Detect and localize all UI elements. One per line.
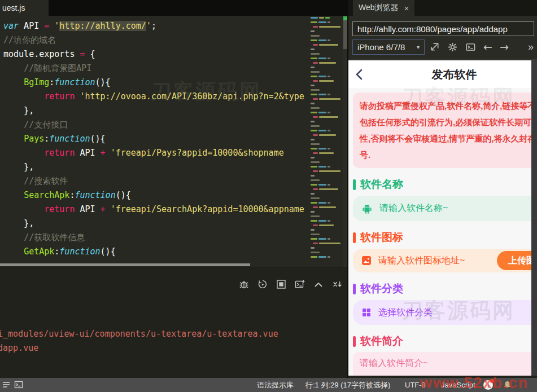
heading-bar (353, 179, 356, 190)
android-icon (361, 202, 373, 215)
section-heading-icon: 软件图标 (353, 230, 531, 245)
debug-bug-icon[interactable] (238, 279, 250, 290)
editor-hscrollbar[interactable] (0, 263, 250, 266)
tab-request-js[interactable]: uest.js (0, 0, 49, 16)
code-line[interactable]: //搜索软件 (3, 174, 307, 188)
code-line[interactable]: module.exports = { (3, 47, 307, 61)
page-title: 发布软件 (348, 60, 531, 89)
heading-bar (353, 232, 356, 243)
heading-title: 软件名称 (360, 177, 403, 192)
code-area[interactable]: var API = 'http://ahlly.com/';//填你的域名mod… (3, 19, 307, 260)
app-icon-url-input[interactable]: 请输入软件图标地址~ 上传图片 (353, 249, 531, 272)
restart-icon[interactable] (257, 279, 268, 290)
webview-scrollbar[interactable] (531, 59, 537, 376)
selected-text: http://ahlly.com/ (59, 21, 146, 31)
heading-title: 软件分类 (360, 281, 403, 296)
browser-tabbar: Web浏览器 × (348, 0, 537, 16)
browser-tab-label: Web浏览器 (359, 3, 399, 13)
page-header: 发布软件 (348, 60, 531, 89)
app-name-placeholder: 请输入软件名称~ (379, 202, 448, 214)
code-line[interactable]: //获取软件信息 (3, 231, 307, 245)
update-icon[interactable]: ↓ (483, 380, 493, 390)
grid-icon (361, 307, 372, 318)
category-placeholder: 选择软件分类 (378, 307, 433, 319)
hbuilderx-window: uest.js var API = 'http://ahlly.com/';//… (0, 0, 537, 392)
more-icon[interactable]: » (528, 39, 534, 55)
back-chevron-icon[interactable] (353, 68, 366, 81)
heading-title: 软件简介 (360, 334, 403, 349)
tab-web-browser[interactable]: Web浏览器 × (353, 0, 414, 16)
editor-tabbar: uest.js (0, 0, 348, 16)
heading-bar (353, 284, 356, 294)
stop-icon[interactable] (276, 279, 287, 290)
forward-icon[interactable]: → (500, 39, 509, 55)
upload-image-button[interactable]: 上传图片 (497, 251, 531, 270)
code-line[interactable]: }, (3, 217, 307, 231)
code-line[interactable]: return 'http://ovooa.com/API/360bz/api.p… (3, 90, 307, 104)
code-line[interactable]: }, (3, 160, 307, 174)
device-label: iPhone 6/7/8 (357, 42, 405, 52)
section-heading-name: 软件名称 (353, 177, 531, 192)
section-heading-category: 软件分类 (353, 281, 531, 296)
console-line: dapp.vue (0, 341, 348, 355)
app-name-input[interactable]: 请输入软件名称~ (353, 196, 531, 221)
device-select[interactable]: iPhone 6/7/8 ▾ (352, 39, 425, 55)
terminal-icon[interactable] (465, 42, 476, 52)
code-line[interactable]: SearchApk:function(){ (3, 188, 307, 202)
console-line: i_modules/uview-ui/components/u-textarea… (0, 327, 348, 341)
category-select[interactable]: 选择软件分类 (353, 300, 531, 325)
cursor-position[interactable]: 行:1 列:29 (17字符被选择) (305, 378, 390, 392)
section-heading-intro: 软件简介 (353, 334, 531, 349)
statusbar: 语法提示库 行:1 列:29 (17字符被选择) UTF-8 JavaScrip… (0, 378, 537, 392)
language-label[interactable]: JavaScript (441, 378, 475, 392)
notice-banner: 请勿投稿严重侵权产品,软件名称,简介,链接等不得包括任何形式的引流行为,必须保证… (353, 93, 531, 168)
open-in-browser-icon[interactable] (429, 42, 440, 52)
url-input[interactable] (352, 21, 534, 36)
minimap[interactable] (308, 17, 342, 267)
code-line[interactable]: //填你的域名 (3, 33, 307, 47)
code-line[interactable]: //随机背景图API (3, 61, 307, 76)
settings-gear-icon[interactable] (447, 42, 458, 52)
console-panel: i_modules/uview-ui/components/u-textarea… (0, 267, 348, 378)
code-line[interactable]: BgImg:function(){ (3, 76, 307, 90)
app-icon-placeholder: 请输入软件图标地址~ (378, 255, 465, 267)
image-icon (361, 255, 372, 266)
code-editor[interactable]: var API = 'http://ahlly.com/';//填你的域名mod… (0, 16, 348, 267)
code-line[interactable]: return API + 'freeapi/Pays?appid=10000&s… (3, 146, 307, 160)
tab-label: uest.js (2, 3, 25, 12)
clear-console-icon[interactable] (331, 279, 343, 290)
syntax-lib-label[interactable]: 语法提示库 (257, 378, 294, 392)
encoding-label[interactable]: UTF-8 (405, 378, 426, 392)
code-line[interactable]: //支付接口 (3, 118, 307, 132)
web-browser-panel: Web浏览器 × iPhone 6/7/8 ▾ ← → » (348, 0, 537, 378)
terminal-status-icon[interactable] (14, 380, 23, 389)
console-output: i_modules/uview-ui/components/u-textarea… (0, 327, 348, 355)
webview: 发布软件 请勿投稿严重侵权产品,软件名称,简介,链接等不得包括任何形式的引流行为… (348, 59, 531, 377)
close-icon[interactable]: × (404, 3, 409, 13)
code-line[interactable]: return API + 'freeapi/SearchApk?appid=10… (3, 202, 307, 217)
code-line[interactable]: GetApk:function(){ (3, 245, 307, 259)
console-toolbar (238, 279, 343, 290)
code-line[interactable]: var API = 'http://ahlly.com/'; (3, 19, 307, 33)
browser-toolbar: iPhone 6/7/8 ▾ ← → » (348, 16, 537, 59)
collapse-panel-icon[interactable] (313, 279, 324, 290)
intro-textarea[interactable]: 请输入软件简介~ (353, 352, 531, 377)
outline-list-icon[interactable] (2, 380, 11, 389)
mobile-page: 发布软件 请勿投稿严重侵权产品,软件名称,简介,链接等不得包括任何形式的引流行为… (348, 60, 531, 377)
notification-dot (490, 379, 494, 383)
chevron-down-icon: ▾ (417, 44, 420, 50)
heading-title: 软件图标 (360, 230, 403, 245)
back-icon[interactable]: ← (483, 39, 492, 55)
code-line[interactable]: }, (3, 104, 307, 118)
panel-divider[interactable] (347, 0, 348, 378)
bell-icon[interactable] (503, 380, 512, 390)
heading-bar (353, 336, 356, 347)
code-line[interactable]: Pays:function(){ (3, 132, 307, 146)
new-terminal-icon[interactable] (294, 279, 305, 290)
page-content: 请勿投稿严重侵权产品,软件名称,简介,链接等不得包括任何形式的引流行为,必须保证… (348, 93, 531, 377)
